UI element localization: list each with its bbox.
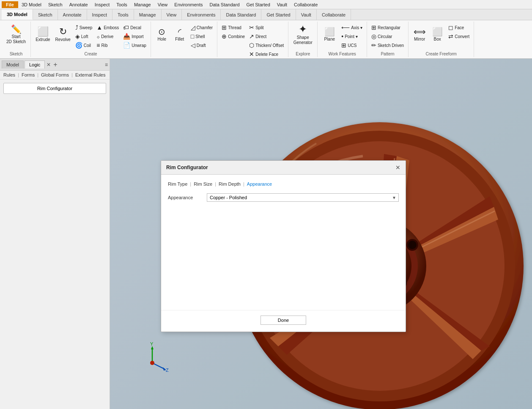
axis-label: Axis ▾: [351, 25, 362, 30]
close-tab-icon[interactable]: ✕: [47, 62, 51, 68]
panel-menu-icon[interactable]: ≡: [105, 62, 108, 68]
rim-configurator-button[interactable]: Rim Configurator: [3, 83, 106, 94]
menu-vault[interactable]: Vault: [274, 1, 291, 8]
nav-external-rules[interactable]: External Rules: [75, 72, 106, 77]
tab-vault[interactable]: Vault: [296, 9, 317, 20]
hole-button[interactable]: ⊙ Hole: [154, 22, 170, 47]
tab-logic[interactable]: Logic: [25, 60, 45, 69]
direct-button[interactable]: ↗ Direct: [247, 32, 285, 41]
fillet-button[interactable]: ◜ Fillet: [171, 22, 188, 47]
menu-view[interactable]: View: [154, 1, 171, 8]
draft-icon: ◁: [191, 42, 195, 49]
axis-button[interactable]: ⟵ Axis ▾: [340, 23, 364, 32]
unwrap-button[interactable]: 📄 Unwrap: [121, 41, 148, 49]
sketch-driven-button[interactable]: ✏ Sketch Driven: [370, 41, 406, 49]
modal-header: Rim Configurator ✕: [161, 161, 406, 175]
coil-button[interactable]: 🌀 Coil: [74, 41, 94, 49]
ribbon-content: ✏️ Start2D Sketch Sketch ⬜ Extrude ↻ Rev…: [0, 20, 532, 58]
modal-tab-rim-type[interactable]: Rim Type: [168, 181, 187, 187]
menu-tools[interactable]: Tools: [113, 1, 131, 8]
rib-label: Rib: [101, 43, 108, 48]
combine-icon: ⊕: [222, 33, 227, 40]
menu-file[interactable]: File: [2, 1, 18, 8]
circular-button[interactable]: ◎ Circular: [370, 32, 406, 41]
thicken-button[interactable]: ⬡ Thicken/ Offset: [247, 41, 285, 49]
convert-button[interactable]: ⇄ Convert: [447, 32, 471, 41]
tab-collaborate[interactable]: Collaborate: [317, 9, 351, 20]
derive-button[interactable]: ⬦ Derive: [95, 32, 121, 41]
done-button[interactable]: Done: [261, 316, 306, 325]
split-button[interactable]: ✂ Split: [247, 23, 285, 32]
tab-get-started[interactable]: Get Started: [261, 9, 296, 20]
freeform-col2: ◻ Face ⇄ Convert: [447, 23, 471, 41]
draft-button[interactable]: ◁ Draft: [189, 41, 214, 49]
fillet-icon: ◜: [178, 27, 181, 36]
modal-tab-rim-size[interactable]: Rim Size: [194, 181, 212, 187]
decal-button[interactable]: 🏷 Decal: [121, 23, 148, 32]
nav-sep-3: |: [71, 72, 73, 77]
import-label: Import: [132, 34, 143, 39]
start-2d-sketch-button[interactable]: ✏️ Start2D Sketch: [4, 22, 28, 47]
group-create2: ⊙ Hole ◜ Fillet ◿ Chamfer □ Shell: [151, 22, 217, 57]
revolve-button[interactable]: ↻ Revolve: [53, 22, 73, 47]
thread-button[interactable]: ⊞ Thread: [220, 23, 247, 32]
nav-forms[interactable]: Forms: [22, 72, 35, 77]
circular-icon: ◎: [371, 33, 376, 40]
tab-3d-model[interactable]: 3D Model: [2, 9, 33, 20]
ucs-button[interactable]: ⊞ UCS: [340, 41, 364, 49]
add-tab-icon[interactable]: +: [53, 61, 57, 69]
menu-inspect[interactable]: Inspect: [91, 1, 113, 8]
rib-button[interactable]: ≡ Rib: [95, 41, 121, 49]
plane-button[interactable]: ⬜ Plane: [320, 22, 339, 47]
mirror-label: Mirror: [414, 37, 425, 42]
sketch-group-label: Sketch: [4, 52, 28, 57]
sweep-button[interactable]: ⤴ Sweep: [74, 23, 94, 32]
menu-environments[interactable]: Environments: [171, 1, 206, 8]
tab-tools[interactable]: Tools: [112, 9, 134, 20]
tab-view[interactable]: View: [162, 9, 182, 20]
menubar: File 3D Model Sketch Annotate Inspect To…: [0, 0, 532, 9]
menu-collaborate[interactable]: Collaborate: [291, 1, 321, 8]
face-button[interactable]: ◻ Face: [447, 23, 471, 32]
emboss-icon: ▲: [96, 24, 102, 31]
menu-manage[interactable]: Manage: [131, 1, 154, 8]
plane-icon: ⬜: [324, 27, 335, 36]
delete-face-button[interactable]: ✕ Delete Face: [247, 50, 285, 58]
emboss-button[interactable]: ▲ Emboss: [95, 23, 121, 32]
chamfer-button[interactable]: ◿ Chamfer: [189, 23, 214, 32]
menu-3d-model[interactable]: 3D Model: [18, 1, 45, 8]
mirror-button[interactable]: ⟺ Mirror: [411, 22, 428, 47]
import-button[interactable]: 📥 Import: [121, 32, 148, 41]
menu-sketch[interactable]: Sketch: [45, 1, 66, 8]
menu-data-standard[interactable]: Data Standard: [206, 1, 243, 8]
tab-inspect[interactable]: Inspect: [87, 9, 112, 20]
shell-label: Shell: [195, 34, 205, 39]
box-button[interactable]: ⬜ Box: [429, 22, 446, 47]
nav-rules[interactable]: Rules: [3, 72, 15, 77]
tab-model[interactable]: Model: [2, 60, 24, 69]
tab-sketch[interactable]: Sketch: [33, 9, 58, 20]
modal-body: Rim Type | Rim Size | Rim Depth | Appear…: [161, 175, 406, 307]
thicken-icon: ⬡: [249, 42, 254, 49]
nav-global-forms[interactable]: Global Forms: [41, 72, 69, 77]
combine-button[interactable]: ⊕ Combine: [220, 32, 247, 41]
appearance-select[interactable]: Copper - Polished Aluminum - Polished St…: [207, 193, 399, 202]
rectangular-button[interactable]: ⊞ Rectangular: [370, 23, 406, 32]
shell-button[interactable]: □ Shell: [189, 32, 214, 41]
menu-get-started[interactable]: Get Started: [243, 1, 274, 8]
modal-tab-appearance[interactable]: Appearance: [247, 181, 272, 187]
tab-data-standard[interactable]: Data Standard: [221, 9, 261, 20]
delete-face-label: Delete Face: [255, 52, 278, 57]
shape-generator-button[interactable]: ✦ ShapeGenerator: [291, 22, 315, 47]
tab-annotate[interactable]: Annotate: [58, 9, 87, 20]
tab-manage[interactable]: Manage: [134, 9, 162, 20]
tab-environments[interactable]: Environments: [182, 9, 221, 20]
modal-tab-rim-depth[interactable]: Rim Depth: [219, 181, 241, 187]
rim-configurator-modal: Rim Configurator ✕ Rim Type | Rim Size |…: [161, 160, 406, 332]
menu-annotate[interactable]: Annotate: [66, 1, 91, 8]
main-area: Model Logic ✕ + ≡ Rules | Forms | Global…: [0, 59, 532, 409]
modal-close-button[interactable]: ✕: [395, 164, 400, 171]
point-button[interactable]: • Point ▾: [340, 32, 364, 41]
extrude-button[interactable]: ⬜ Extrude: [33, 22, 52, 47]
loft-button[interactable]: ◈ Loft: [74, 32, 94, 41]
